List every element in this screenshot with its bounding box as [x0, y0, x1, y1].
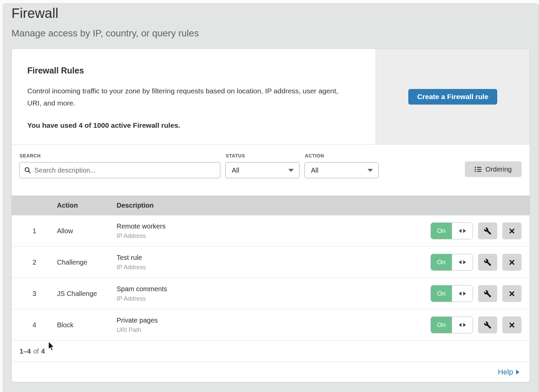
arrow-right-icon	[463, 260, 466, 264]
wrench-icon	[484, 227, 492, 235]
rule-match-type: IP Address	[117, 295, 431, 302]
rule-action: Allow	[57, 227, 117, 235]
card-footer: Help	[12, 362, 530, 382]
rule-match-type: IP Address	[117, 264, 431, 271]
arrow-left-icon	[459, 292, 462, 296]
description-column-header: Description	[117, 202, 431, 209]
rule-description: Test rule	[117, 254, 431, 262]
rule-controls: On	[431, 222, 530, 239]
status-label: STATUS	[226, 153, 245, 158]
arrow-left-icon	[459, 323, 462, 327]
action-column-header: Action	[57, 202, 117, 209]
edit-rule-button[interactable]	[478, 254, 497, 271]
close-icon	[509, 322, 515, 328]
arrow-right-icon	[463, 323, 466, 327]
rule-description: Remote workers	[117, 222, 431, 230]
search-label: SEARCH	[20, 153, 41, 158]
card-summary-text: Firewall Rules Control incoming traffic …	[12, 49, 376, 144]
ordering-button-label: Ordering	[485, 165, 512, 173]
rule-action: JS Challenge	[57, 290, 117, 298]
toggle-drag-handle[interactable]	[452, 223, 473, 239]
edit-rule-button[interactable]	[478, 222, 497, 239]
wrench-icon	[484, 290, 492, 298]
rule-match-type: IP Address	[117, 233, 431, 240]
rule-priority: 4	[12, 321, 57, 329]
rule-controls: On	[431, 316, 530, 333]
close-icon	[509, 291, 515, 297]
rule-description: Spam comments	[117, 285, 431, 293]
rule-description-cell: Test rule IP Address	[117, 254, 431, 271]
status-selected-value: All	[232, 167, 239, 174]
toggle-on-label: On	[431, 223, 452, 239]
close-icon	[509, 228, 515, 234]
rule-action: Challenge	[57, 259, 117, 266]
help-link[interactable]: Help	[498, 368, 519, 376]
status-select[interactable]: All	[225, 162, 299, 178]
card-description: Control incoming traffic to your zone by…	[27, 85, 351, 109]
rule-controls: On	[431, 254, 530, 271]
action-selected-value: All	[311, 167, 318, 174]
rule-row: 1 Allow Remote workers IP Address On	[12, 215, 530, 247]
card-heading: Firewall Rules	[27, 66, 352, 76]
pagination-of: of	[33, 348, 39, 355]
list-ordering-icon	[475, 167, 481, 172]
rule-priority: 2	[12, 259, 57, 266]
rules-table-body: 1 Allow Remote workers IP Address On	[12, 215, 530, 341]
rule-match-type: URI Path	[117, 327, 431, 334]
toggle-on-label: On	[431, 317, 452, 333]
create-firewall-rule-button[interactable]: Create a Firewall rule	[408, 89, 497, 104]
help-arrow-icon	[516, 370, 519, 374]
delete-rule-button[interactable]	[502, 316, 521, 333]
delete-rule-button[interactable]	[502, 285, 521, 302]
toggle-on-label: On	[431, 254, 452, 270]
edit-rule-button[interactable]	[478, 316, 497, 333]
card-summary-section: Firewall Rules Control incoming traffic …	[12, 49, 530, 145]
rule-controls: On	[431, 285, 530, 302]
close-icon	[509, 259, 515, 266]
toggle-drag-handle[interactable]	[452, 317, 473, 333]
search-input[interactable]	[34, 167, 215, 174]
filter-bar: SEARCH STATUS All ACTION All	[12, 145, 530, 195]
rule-description-cell: Spam comments IP Address	[117, 285, 431, 302]
page-subtitle: Manage access by IP, country, or query r…	[11, 28, 199, 39]
rule-priority: 3	[12, 290, 57, 298]
action-label: ACTION	[305, 153, 324, 158]
rule-row: 4 Block Private pages URI Path On	[12, 309, 530, 341]
rule-enabled-toggle[interactable]: On	[431, 285, 473, 302]
card-action-panel: Create a Firewall rule	[376, 49, 530, 144]
ordering-button[interactable]: Ordering	[465, 161, 521, 177]
wrench-icon	[484, 259, 492, 266]
edit-rule-button[interactable]	[478, 285, 497, 302]
arrow-right-icon	[463, 292, 466, 296]
rule-enabled-toggle[interactable]: On	[431, 254, 473, 271]
delete-rule-button[interactable]	[502, 254, 521, 271]
rule-description-cell: Remote workers IP Address	[117, 222, 431, 240]
chevron-down-icon	[368, 169, 373, 172]
rule-priority: 1	[12, 227, 57, 235]
help-link-label: Help	[498, 368, 513, 376]
pagination: 1–4 of 4	[12, 341, 530, 362]
page-title: Firewall	[11, 6, 58, 21]
search-box[interactable]	[19, 162, 220, 178]
toggle-drag-handle[interactable]	[452, 285, 473, 302]
rule-description-cell: Private pages URI Path	[117, 316, 431, 334]
firewall-rules-card: Firewall Rules Control incoming traffic …	[11, 49, 530, 382]
chevron-down-icon	[288, 169, 294, 172]
delete-rule-button[interactable]	[502, 222, 521, 239]
arrow-left-icon	[459, 229, 462, 233]
toggle-drag-handle[interactable]	[452, 254, 473, 270]
toggle-on-label: On	[431, 285, 452, 302]
pagination-range: 1–4	[20, 348, 31, 355]
arrow-right-icon	[463, 229, 466, 233]
rule-enabled-toggle[interactable]: On	[431, 316, 473, 333]
rules-usage-count: You have used 4 of 1000 active Firewall …	[27, 121, 352, 129]
search-icon	[24, 167, 31, 174]
rule-description: Private pages	[117, 316, 431, 324]
table-header: Action Description	[12, 195, 530, 215]
rule-row: 3 JS Challenge Spam comments IP Address …	[12, 278, 530, 309]
action-select[interactable]: All	[305, 162, 379, 178]
pagination-total: 4	[41, 348, 45, 355]
page-background: Firewall Manage access by IP, country, o…	[3, 3, 539, 392]
wrench-icon	[484, 321, 492, 329]
rule-enabled-toggle[interactable]: On	[431, 222, 473, 239]
